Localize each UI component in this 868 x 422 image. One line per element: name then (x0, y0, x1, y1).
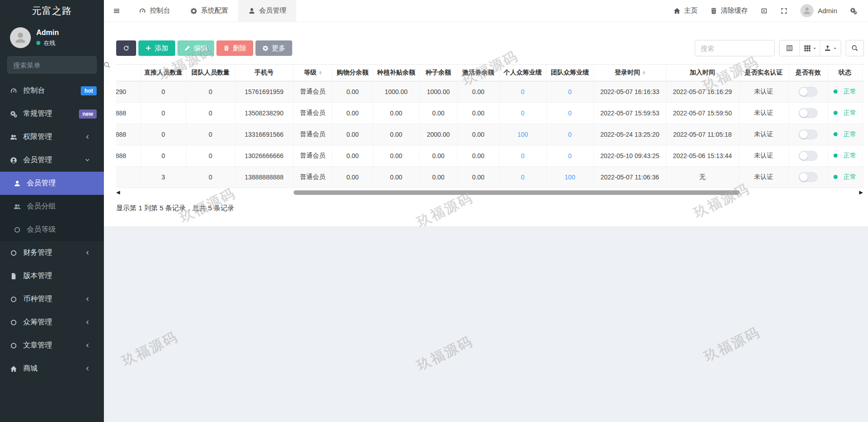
tab-system-config[interactable]: 系统配置 (180, 0, 238, 21)
sort-icon[interactable]: ▴▾ (319, 70, 322, 75)
cell-种植补贴余额: 0.00 (373, 145, 419, 166)
table-row[interactable]: 88880013026666666普通会员0.000.000.000.00002… (116, 145, 864, 166)
edit-button[interactable]: 编辑 (177, 40, 214, 56)
sidebar-item-label: 会员管理 (27, 179, 56, 188)
cell-是否有效 (789, 102, 828, 124)
clear-cache-link[interactable]: 清除缓存 (704, 6, 754, 15)
cell-登录时间: 2022-05-07 15:59:53 (593, 102, 666, 124)
crowdfund-link[interactable]: 0 (521, 88, 525, 95)
crowdfund-link[interactable]: 100 (564, 174, 575, 181)
table-row[interactable]: 82900015761691959普通会员0.001000.001000.000… (116, 81, 864, 102)
more-button[interactable]: 更多 (255, 40, 292, 56)
sidebar-item-文章管理[interactable]: 文章管理 (0, 334, 104, 357)
cell-加入时间: 无 (666, 166, 739, 188)
cell-团队众筹业绩: 100 (546, 166, 593, 188)
sidebar: 元富之路 Admin 在线 控制台hot常规管理new权限管理会员管理会员管理会… (0, 0, 104, 422)
crowdfund-link[interactable]: 0 (568, 131, 572, 138)
chevron-down-icon (83, 157, 92, 163)
cell-状态: 正常 (828, 145, 862, 166)
column-header-登录时间[interactable]: 登录时间▴▾ (593, 65, 666, 81)
valid-toggle[interactable] (799, 129, 818, 139)
table-row[interactable]: 88880013508238290普通会员0.000.000.000.00002… (116, 102, 864, 124)
cell-种子余额: 0.00 (419, 102, 457, 124)
column-header-手机号: 手机号 (235, 65, 293, 81)
table-search[interactable] (695, 40, 775, 56)
cell-stub: 8888 (116, 102, 141, 124)
column-header-购物分余额: 购物分余额 (332, 65, 373, 81)
tab-console[interactable]: 控制台 (129, 0, 180, 21)
cell-登录时间: 2022-05-07 11:06:36 (593, 166, 666, 188)
search-submit-button[interactable] (846, 40, 864, 56)
language-button[interactable] (754, 7, 774, 15)
sidebar-item-会员管理[interactable]: 会员管理 (0, 172, 104, 195)
sidebar-item-财务管理[interactable]: 财务管理 (0, 241, 104, 264)
valid-toggle[interactable] (799, 87, 818, 97)
home-link[interactable]: 主页 (667, 6, 704, 15)
cell-等级: 普通会员 (293, 102, 332, 124)
crowdfund-link[interactable]: 0 (521, 174, 525, 181)
valid-toggle[interactable] (799, 108, 818, 118)
admin-menu[interactable]: Admin (794, 4, 843, 17)
crowdfund-link[interactable]: 0 (568, 152, 572, 159)
sidebar-item-label: 常规管理 (23, 109, 79, 119)
cell-激活券余额: 0.00 (457, 102, 499, 124)
sidebar-item-会员分组[interactable]: 会员分组 (0, 195, 104, 218)
detail-view-button[interactable] (780, 40, 800, 56)
user-icon (248, 7, 255, 15)
crowdfund-link[interactable]: 0 (568, 88, 572, 95)
sidebar-item-版本管理[interactable]: 版本管理 (0, 264, 104, 288)
avatar (10, 27, 31, 48)
valid-toggle[interactable] (799, 172, 818, 182)
sidebar-search-input[interactable] (13, 61, 103, 69)
add-button[interactable]: 添加 (138, 40, 175, 56)
table-search-input[interactable] (701, 45, 769, 52)
columns-button[interactable] (800, 40, 820, 56)
cell-种子余额: 2000.00 (419, 124, 457, 145)
crowdfund-link[interactable]: 100 (517, 131, 528, 138)
user-panel: Admin 在线 (0, 22, 104, 53)
sidebar-item-会员管理[interactable]: 会员管理 (0, 149, 104, 172)
watermark: 玖福源码 (414, 332, 476, 375)
delete-button[interactable]: 删除 (216, 40, 253, 56)
scroll-left-icon[interactable]: ◀ (116, 189, 120, 195)
column-header-种植补贴余额: 种植补贴余额 (373, 65, 419, 81)
column-header-等级[interactable]: 等级▴▾ (293, 65, 332, 81)
column-header-empty (116, 65, 141, 81)
scrollbar-thumb[interactable] (294, 190, 740, 195)
scroll-right-icon[interactable]: ▶ (859, 189, 863, 195)
cell-个人众筹业绩: 0 (499, 145, 546, 166)
status-dot-icon (834, 111, 838, 115)
sidebar-item-label: 控制台 (23, 86, 81, 95)
settings-button[interactable] (843, 7, 863, 15)
online-dot-icon (36, 41, 40, 45)
valid-toggle[interactable] (799, 151, 818, 161)
circle-icon (9, 342, 18, 349)
table-row[interactable]: 88880013316691566普通会员0.000.002000.000.00… (116, 124, 864, 145)
column-header-激活券余额: 激活券余额 (457, 65, 499, 81)
crowdfund-link[interactable]: 0 (568, 109, 572, 117)
table-row[interactable]: 3013888888888普通会员0.000.000.000.000100202… (116, 166, 864, 188)
sidebar-search[interactable] (7, 56, 97, 74)
crowdfund-link[interactable]: 0 (521, 152, 525, 159)
trash-icon (223, 45, 230, 51)
sidebar-item-label: 财务管理 (23, 248, 83, 258)
cell-购物分余额: 0.00 (332, 81, 373, 102)
refresh-button[interactable] (116, 40, 136, 56)
sidebar-item-币种管理[interactable]: 币种管理 (0, 288, 104, 311)
sidebar-item-label: 权限管理 (23, 132, 83, 142)
tab-member-management[interactable]: 会员管理 (238, 0, 296, 21)
sidebar-item-权限管理[interactable]: 权限管理 (0, 125, 104, 149)
sidebar-item-常规管理[interactable]: 常规管理new (0, 102, 104, 125)
sidebar-item-控制台[interactable]: 控制台hot (0, 79, 104, 102)
pagination-info: 显示第 1 到第 5 条记录，总共 5 条记录 (116, 204, 864, 213)
sidebar-item-会员等级[interactable]: 会员等级 (0, 218, 104, 241)
pencil-icon (184, 45, 191, 51)
export-button[interactable] (820, 40, 841, 56)
column-header-直推人员数量: 直推人员数量 (141, 65, 186, 81)
fullscreen-button[interactable] (774, 7, 794, 15)
hamburger-menu-icon[interactable] (104, 0, 129, 21)
sidebar-item-众筹管理[interactable]: 众筹管理 (0, 311, 104, 334)
crowdfund-link[interactable]: 0 (521, 109, 525, 117)
sidebar-item-商城[interactable]: 商城 (0, 357, 104, 380)
sort-icon[interactable]: ▴▾ (643, 70, 645, 75)
